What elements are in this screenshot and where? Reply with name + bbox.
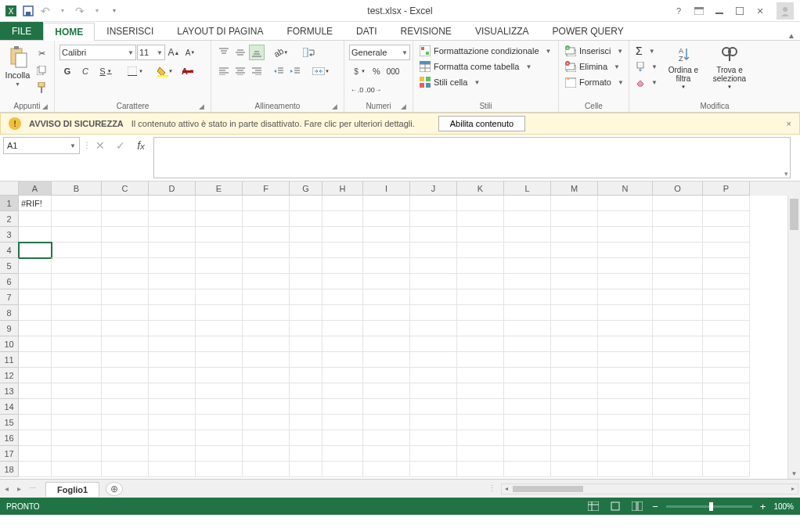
- tab-dati[interactable]: DATI: [344, 22, 388, 40]
- cell-B12[interactable]: [52, 368, 102, 383]
- cell-H14[interactable]: [323, 399, 363, 415]
- cell-K18[interactable]: [457, 462, 504, 477]
- col-header-H[interactable]: H: [323, 182, 363, 196]
- cell-K3[interactable]: [457, 227, 504, 243]
- comma-icon[interactable]: 000: [385, 63, 401, 79]
- cell-B11[interactable]: [52, 352, 102, 368]
- cell-L2[interactable]: [504, 211, 551, 227]
- cell-N13[interactable]: [598, 383, 653, 399]
- redo-icon[interactable]: ↷: [72, 3, 88, 19]
- cell-H16[interactable]: [323, 430, 363, 446]
- cell-P1[interactable]: [703, 196, 750, 211]
- cell-E16[interactable]: [196, 430, 243, 446]
- enter-fx-icon[interactable]: ✓: [111, 137, 130, 154]
- cell-F10[interactable]: [243, 336, 290, 352]
- outdent-icon[interactable]: [271, 63, 286, 79]
- zoom-level[interactable]: 100%: [773, 502, 794, 511]
- cell-M18[interactable]: [551, 462, 598, 477]
- shrink-font-icon[interactable]: A▼: [182, 45, 198, 60]
- cell-P4[interactable]: [703, 243, 750, 258]
- scroll-right-icon[interactable]: ▸: [788, 484, 798, 494]
- cell-N2[interactable]: [598, 211, 653, 227]
- col-header-K[interactable]: K: [457, 182, 504, 196]
- col-header-D[interactable]: D: [149, 182, 196, 196]
- cell-J6[interactable]: [410, 274, 457, 289]
- cell-F6[interactable]: [243, 274, 290, 289]
- cell-I10[interactable]: [363, 336, 410, 352]
- cell-B10[interactable]: [52, 336, 102, 352]
- cell-J3[interactable]: [410, 227, 457, 243]
- cell-E1[interactable]: [196, 196, 243, 211]
- cell-I16[interactable]: [363, 430, 410, 446]
- cell-H12[interactable]: [323, 368, 363, 383]
- cell-L1[interactable]: [504, 196, 551, 211]
- fx-divider[interactable]: ⋮: [83, 135, 91, 181]
- cell-D15[interactable]: [149, 415, 196, 430]
- cut-icon[interactable]: ✂: [34, 45, 49, 61]
- cell-D6[interactable]: [149, 274, 196, 289]
- cell-I15[interactable]: [363, 415, 410, 430]
- col-header-B[interactable]: B: [52, 182, 102, 196]
- bold-button[interactable]: G: [59, 63, 75, 79]
- cell-H5[interactable]: [323, 258, 363, 274]
- cell-O11[interactable]: [653, 352, 703, 368]
- cell-I7[interactable]: [363, 289, 410, 305]
- cell-K6[interactable]: [457, 274, 504, 289]
- cell-D13[interactable]: [149, 383, 196, 399]
- cell-F8[interactable]: [243, 305, 290, 321]
- cell-K7[interactable]: [457, 289, 504, 305]
- cell-L9[interactable]: [504, 321, 551, 336]
- cell-L7[interactable]: [504, 289, 551, 305]
- cell-P16[interactable]: [703, 430, 750, 446]
- col-header-G[interactable]: G: [290, 182, 323, 196]
- cell-L8[interactable]: [504, 305, 551, 321]
- cell-A7[interactable]: [19, 289, 52, 305]
- cell-K8[interactable]: [457, 305, 504, 321]
- merge-button[interactable]: ▼: [311, 63, 331, 79]
- undo-icon[interactable]: ↶: [38, 3, 53, 19]
- cell-I3[interactable]: [363, 227, 410, 243]
- cell-M11[interactable]: [551, 352, 598, 368]
- cell-J15[interactable]: [410, 415, 457, 430]
- find-select-button[interactable]: Trova e seleziona▼: [708, 42, 751, 89]
- cell-A15[interactable]: [19, 415, 52, 430]
- fill-button[interactable]: ▼: [634, 59, 659, 74]
- format-table-button[interactable]: Formatta come tabella▼: [418, 59, 553, 74]
- cell-E6[interactable]: [196, 274, 243, 289]
- cell-C2[interactable]: [102, 211, 149, 227]
- help-icon[interactable]: ?: [672, 4, 686, 18]
- cell-O14[interactable]: [653, 399, 703, 415]
- cell-G13[interactable]: [290, 383, 323, 399]
- cell-M14[interactable]: [551, 399, 598, 415]
- security-close-icon[interactable]: ×: [787, 119, 791, 128]
- indent-icon[interactable]: [287, 63, 303, 79]
- cell-I9[interactable]: [363, 321, 410, 336]
- cell-I8[interactable]: [363, 305, 410, 321]
- cell-M6[interactable]: [551, 274, 598, 289]
- cell-K14[interactable]: [457, 399, 504, 415]
- tab-visualizza[interactable]: VISUALIZZA: [463, 22, 541, 40]
- cell-P3[interactable]: [703, 227, 750, 243]
- col-header-N[interactable]: N: [598, 182, 653, 196]
- cell-M16[interactable]: [551, 430, 598, 446]
- cell-P12[interactable]: [703, 368, 750, 383]
- row-header-16[interactable]: 16: [0, 430, 19, 446]
- cell-G8[interactable]: [290, 305, 323, 321]
- hscroll-thumb[interactable]: [513, 486, 583, 492]
- cell-A2[interactable]: [19, 211, 52, 227]
- cell-G3[interactable]: [290, 227, 323, 243]
- row-header-10[interactable]: 10: [0, 336, 19, 352]
- cell-C3[interactable]: [102, 227, 149, 243]
- cell-G4[interactable]: [290, 243, 323, 258]
- cell-E2[interactable]: [196, 211, 243, 227]
- col-header-C[interactable]: C: [102, 182, 149, 196]
- cell-C9[interactable]: [102, 321, 149, 336]
- cell-K15[interactable]: [457, 415, 504, 430]
- cell-O8[interactable]: [653, 305, 703, 321]
- font-size-combo[interactable]: 11▼: [137, 45, 165, 60]
- cell-H9[interactable]: [323, 321, 363, 336]
- cell-O2[interactable]: [653, 211, 703, 227]
- save-icon[interactable]: [20, 3, 36, 19]
- cell-J5[interactable]: [410, 258, 457, 274]
- align-left-icon[interactable]: [216, 63, 232, 79]
